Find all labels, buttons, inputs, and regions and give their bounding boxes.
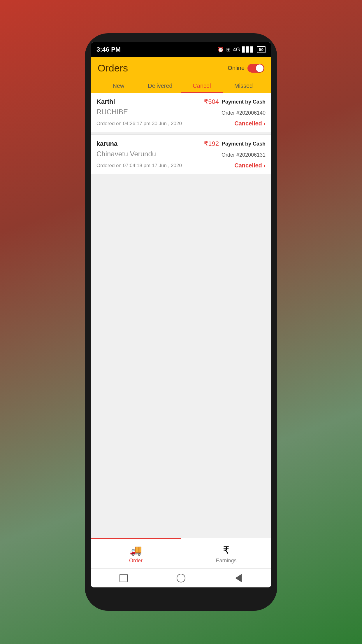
order-number: Order #202006140 [222, 110, 266, 116]
battery-icon: 50 [257, 46, 266, 53]
home-square-button[interactable] [118, 573, 129, 583]
signal-icon: ▋▋▋ [242, 46, 254, 53]
order-amount: ₹504 [204, 98, 219, 106]
status-icons: ⏰ ⊞ 4G ▋▋▋ 50 [217, 46, 266, 53]
app-header: Orders Online New Delivered Cancel [91, 57, 271, 93]
customer-name: Karthi [96, 98, 115, 106]
status-bar: 3:46 PM ⏰ ⊞ 4G ▋▋▋ 50 [91, 42, 271, 57]
toggle-knob [256, 64, 263, 72]
phone-screen: 3:46 PM ⏰ ⊞ 4G ▋▋▋ 50 Orders Online [91, 42, 271, 587]
customer-name: karuna [96, 140, 117, 148]
order-meta-row: Ordered on 07:04:18 pm 17 Jun , 2020 Can… [96, 162, 266, 169]
back-triangle-icon [235, 574, 242, 582]
order-card[interactable]: Karthi ₹504 Payment by Cash RUCHIBE Orde… [91, 93, 271, 132]
order-number: Order #202006131 [222, 152, 266, 158]
nav-items: 🚚 Order ₹ Earnings [91, 539, 271, 568]
payment-info: Payment by Cash [222, 99, 266, 105]
circle-icon [177, 574, 185, 582]
alarm-icon: ⏰ [217, 46, 224, 53]
order-amount: ₹192 [204, 140, 219, 148]
nav-item-order[interactable]: 🚚 Order [91, 539, 181, 568]
order-tabs: New Delivered Cancel Missed [98, 79, 264, 93]
home-circle-button[interactable] [176, 573, 186, 583]
nav-label-order: Order [129, 558, 143, 564]
order-date: Ordered on 04:26:17 pm 30 Jun , 2020 [96, 121, 182, 127]
restaurant-name: RUCHIBE [96, 108, 128, 116]
orders-list: Karthi ₹504 Payment by Cash RUCHIBE Orde… [91, 93, 271, 538]
payment-info: Payment by Cash [222, 141, 266, 147]
nav-item-earnings[interactable]: ₹ Earnings [181, 539, 271, 568]
cancelled-button[interactable]: Cancelled › [234, 120, 266, 127]
restaurant-name: Chinavetu Verundu [96, 150, 156, 158]
sim-icon: ⊞ [226, 46, 231, 53]
order-meta-row: Ordered on 04:26:17 pm 30 Jun , 2020 Can… [96, 120, 266, 127]
phone-device: 3:46 PM ⏰ ⊞ 4G ▋▋▋ 50 Orders Online [85, 33, 277, 611]
tab-cancel[interactable]: Cancel [181, 79, 223, 93]
status-time: 3:46 PM [96, 46, 121, 53]
cancelled-button[interactable]: Cancelled › [234, 162, 266, 169]
restaurant-order-row: Chinavetu Verundu Order #202006131 [96, 150, 266, 160]
bottom-nav: 🚚 Order ₹ Earnings [91, 538, 271, 568]
order-card-header: karuna ₹192 Payment by Cash [96, 140, 266, 148]
tab-missed[interactable]: Missed [223, 79, 264, 93]
online-section: Online [228, 64, 264, 73]
back-button[interactable] [233, 573, 244, 583]
android-nav [91, 568, 271, 587]
network-icon: 4G [233, 47, 240, 53]
order-card-header: Karthi ₹504 Payment by Cash [96, 98, 266, 106]
restaurant-order-row: RUCHIBE Order #202006140 [96, 108, 266, 118]
tab-new[interactable]: New [98, 79, 139, 93]
truck-icon: 🚚 [130, 544, 142, 556]
page-title: Orders [98, 62, 128, 74]
online-toggle[interactable] [247, 64, 264, 73]
tab-delivered[interactable]: Delivered [139, 79, 181, 93]
online-label: Online [228, 65, 245, 71]
order-card[interactable]: karuna ₹192 Payment by Cash Chinavetu Ve… [91, 135, 271, 174]
square-icon [120, 574, 128, 582]
header-top: Orders Online [98, 62, 264, 74]
order-date: Ordered on 07:04:18 pm 17 Jun , 2020 [96, 163, 182, 169]
amount-payment-row: ₹504 Payment by Cash [204, 98, 266, 106]
rupee-icon: ₹ [223, 544, 229, 556]
nav-label-earnings: Earnings [216, 558, 236, 564]
amount-payment-row: ₹192 Payment by Cash [204, 140, 266, 148]
